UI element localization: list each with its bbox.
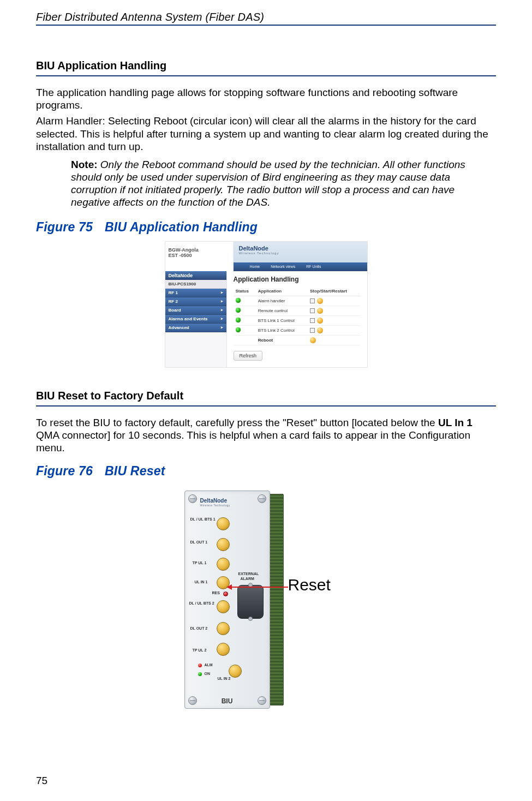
- figure-caption: BIU Application Handling: [105, 220, 258, 234]
- col-application: Application: [256, 288, 308, 296]
- sidebar-item-rf1[interactable]: RF 1▸: [165, 289, 226, 297]
- figure-number: Figure 76: [36, 464, 93, 478]
- brand-sub: Wireless Technology: [200, 504, 230, 507]
- bold-text: UL In 1: [438, 417, 473, 428]
- context-line: EST -0500: [169, 253, 230, 258]
- restart-icon[interactable]: [317, 298, 323, 304]
- status-led-icon: [236, 308, 241, 313]
- on-led-icon: [198, 672, 202, 676]
- sidebar-selected[interactable]: BIU-PCS1900: [165, 280, 226, 289]
- stop-start-radio[interactable]: [310, 328, 315, 333]
- app-name: Remote control: [256, 306, 308, 315]
- main-panel: Application Handling Status Application …: [227, 271, 367, 367]
- note-block: Note: Only the Reboot command should be …: [71, 158, 496, 209]
- figure-76-image: DeltaNode Wireless Technology DL / UL BT…: [36, 491, 496, 720]
- port-label: DL OUT 2: [190, 626, 208, 630]
- figure-75-title: Figure 75BIU Application Handling: [36, 220, 496, 235]
- stop-start-radio[interactable]: [310, 308, 315, 313]
- reboot-icon[interactable]: [310, 337, 316, 343]
- sma-port: [217, 643, 230, 656]
- table-row: BTS Link 2 Control: [234, 325, 361, 335]
- figure-76-title: Figure 76BIU Reset: [36, 464, 496, 479]
- sidebar-item-rf2[interactable]: RF 2▸: [165, 297, 226, 306]
- biu-faceplate: DeltaNode Wireless Technology DL / UL BT…: [184, 491, 270, 709]
- text: QMA connector] for 10 seconds. This is h…: [36, 429, 470, 453]
- port-label: TP UL 1: [193, 561, 207, 565]
- sidebar-item-alarms[interactable]: Alarms and Events▸: [165, 315, 226, 324]
- port-label: RES: [212, 591, 220, 595]
- port-label: ALM: [205, 663, 213, 667]
- figure-number: Figure 75: [36, 220, 93, 234]
- sidebar-brand: DeltaNode: [165, 271, 226, 280]
- brand-name: DeltaNode: [239, 245, 268, 252]
- port-label: UL IN 1: [195, 580, 208, 584]
- screw-icon: [258, 494, 266, 503]
- biu-hardware-illustration: DeltaNode Wireless Technology DL / UL BT…: [152, 491, 381, 720]
- text: To reset the BIU to factory default, car…: [36, 417, 438, 428]
- port-label: EXTERNAL: [238, 572, 259, 576]
- sma-port: [217, 538, 230, 551]
- restart-icon[interactable]: [317, 308, 323, 314]
- chevron-right-icon: ▸: [221, 325, 223, 330]
- status-led-icon: [236, 327, 241, 332]
- note-label: Note:: [71, 159, 98, 170]
- tab-home[interactable]: Home: [250, 265, 260, 268]
- note-body: Only the Reboot command should be used b…: [71, 159, 465, 208]
- app-screenshot: BGW-Angola EST -0500 DeltaNode Wireless …: [165, 241, 368, 368]
- reboot-row: Reboot: [234, 335, 361, 345]
- port-label: DL / UL BTS 2: [189, 601, 214, 605]
- port-label: ALARM: [241, 577, 254, 581]
- brand-logo: DeltaNode Wireless Technology: [239, 245, 279, 255]
- table-row: BTS Link 1 Control: [234, 315, 361, 325]
- brand-name: DeltaNode: [200, 498, 227, 504]
- port-label: DL OUT 1: [190, 540, 208, 544]
- tab-network-views[interactable]: Network views: [271, 265, 295, 268]
- sidebar-item-label: Alarms and Events: [169, 316, 208, 321]
- table-row: Remote control: [234, 306, 361, 315]
- app-name: BTS Link 2 Control: [256, 325, 308, 335]
- sma-port: [229, 665, 242, 678]
- section-heading-biu-reset: BIU Reset to Factory Default: [36, 390, 496, 407]
- sma-port: [217, 558, 230, 571]
- port-label: ON: [205, 672, 211, 676]
- restart-icon[interactable]: [317, 318, 323, 324]
- sidebar-item-board[interactable]: Board▸: [165, 306, 226, 315]
- col-controls: Stop/Start/Restart: [308, 288, 360, 296]
- sidebar-item-label: RF 1: [169, 290, 178, 295]
- alm-led-icon: [198, 663, 202, 667]
- sidebar-item-advanced[interactable]: Advanced▸: [165, 324, 226, 332]
- running-header: Fiber Distributed Antenna System (Fiber …: [36, 11, 496, 26]
- section-heading-biu-app-handling: BIU Application Handling: [36, 59, 496, 76]
- paragraph: To reset the BIU to factory default, car…: [36, 416, 496, 455]
- context-line: BGW-Angola: [169, 247, 230, 253]
- app-name: BTS Link 1 Control: [256, 315, 308, 325]
- chevron-right-icon: ▸: [221, 316, 223, 321]
- brand-sub: Wireless Technology: [239, 252, 279, 255]
- brand-logo: DeltaNode Wireless Technology: [200, 498, 230, 507]
- sidebar-item-label: Board: [169, 308, 181, 313]
- refresh-button[interactable]: Refresh: [234, 351, 263, 361]
- table-row: Alarm handler: [234, 296, 361, 306]
- pcb-edge: [270, 494, 284, 706]
- port-label: TP UL 2: [193, 648, 207, 652]
- restart-icon[interactable]: [317, 327, 323, 333]
- figure-75-image: BGW-Angola EST -0500 DeltaNode Wireless …: [36, 241, 496, 368]
- reboot-label: Reboot: [256, 335, 308, 345]
- paragraph: Alarm Handler: Selecting Reboot (circula…: [36, 115, 496, 153]
- tab-rf-units[interactable]: RF Units: [306, 265, 321, 268]
- chevron-right-icon: ▸: [221, 299, 223, 303]
- screw-icon: [188, 494, 197, 503]
- sidebar-item-label: RF 2: [169, 299, 178, 304]
- stop-start-radio[interactable]: [310, 298, 315, 303]
- sma-port: [217, 622, 230, 635]
- status-led-icon: [236, 318, 241, 322]
- app-name: Alarm handler: [256, 296, 308, 306]
- callout-arrow: [227, 587, 288, 588]
- reset-pinhole: [223, 591, 228, 596]
- chevron-right-icon: ▸: [221, 290, 223, 295]
- page-number: 75: [36, 775, 47, 787]
- port-label: DL / UL BTS 1: [190, 517, 216, 521]
- reset-callout-label: Reset: [288, 576, 331, 594]
- context-info: BGW-Angola EST -0500: [165, 242, 234, 271]
- stop-start-radio[interactable]: [310, 318, 315, 323]
